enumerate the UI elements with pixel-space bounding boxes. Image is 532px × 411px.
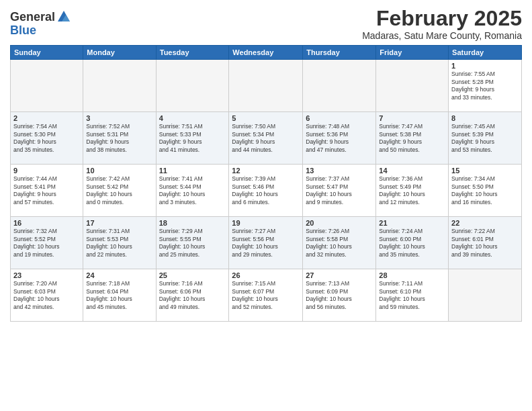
table-row: 11Sunrise: 7:41 AM Sunset: 5:44 PM Dayli…: [156, 165, 229, 217]
day-number: 15: [451, 167, 519, 175]
table-row: 24Sunrise: 7:18 AM Sunset: 6:04 PM Dayli…: [83, 269, 156, 322]
day-number: 24: [86, 271, 152, 279]
table-row: 28Sunrise: 7:11 AM Sunset: 6:10 PM Dayli…: [376, 269, 449, 322]
subtitle: Madaras, Satu Mare County, Romania: [362, 30, 522, 41]
table-row: 4Sunrise: 7:51 AM Sunset: 5:33 PM Daylig…: [156, 112, 229, 165]
table-row: [156, 60, 229, 112]
table-row: [303, 60, 376, 112]
table-row: 21Sunrise: 7:24 AM Sunset: 6:00 PM Dayli…: [376, 217, 449, 269]
calendar: Sunday Monday Tuesday Wednesday Thursday…: [10, 45, 522, 322]
table-row: [229, 60, 303, 112]
day-info: Sunrise: 7:15 AM Sunset: 6:07 PM Dayligh…: [232, 280, 300, 311]
table-row: 20Sunrise: 7:26 AM Sunset: 5:58 PM Dayli…: [303, 217, 376, 269]
logo-icon: [56, 9, 71, 24]
day-number: 27: [306, 271, 373, 279]
day-number: 20: [306, 219, 373, 227]
day-number: 5: [232, 114, 300, 122]
day-info: Sunrise: 7:34 AM Sunset: 5:50 PM Dayligh…: [451, 175, 519, 206]
day-number: 3: [86, 114, 152, 122]
day-info: Sunrise: 7:44 AM Sunset: 5:41 PM Dayligh…: [13, 175, 80, 206]
day-number: 8: [451, 114, 519, 122]
day-info: Sunrise: 7:37 AM Sunset: 5:47 PM Dayligh…: [306, 175, 373, 206]
table-row: 14Sunrise: 7:36 AM Sunset: 5:49 PM Dayli…: [376, 165, 449, 217]
day-info: Sunrise: 7:45 AM Sunset: 5:39 PM Dayligh…: [451, 123, 519, 154]
table-row: 6Sunrise: 7:48 AM Sunset: 5:36 PM Daylig…: [303, 112, 376, 165]
day-info: Sunrise: 7:48 AM Sunset: 5:36 PM Dayligh…: [306, 123, 373, 154]
day-number: 16: [13, 219, 80, 227]
day-info: Sunrise: 7:20 AM Sunset: 6:03 PM Dayligh…: [13, 280, 80, 311]
table-row: 23Sunrise: 7:20 AM Sunset: 6:03 PM Dayli…: [11, 269, 83, 322]
day-number: 23: [13, 271, 80, 279]
main-title: February 2025: [362, 7, 522, 30]
day-number: 11: [159, 167, 226, 175]
table-row: 1Sunrise: 7:55 AM Sunset: 5:28 PM Daylig…: [449, 60, 522, 112]
table-row: [376, 60, 449, 112]
header-area: General Blue February 2025 Madaras, Satu…: [10, 7, 522, 41]
day-number: 22: [451, 219, 519, 227]
day-number: 4: [159, 114, 226, 122]
table-row: 12Sunrise: 7:39 AM Sunset: 5:46 PM Dayli…: [229, 165, 303, 217]
day-number: 1: [451, 62, 519, 70]
day-info: Sunrise: 7:42 AM Sunset: 5:42 PM Dayligh…: [86, 175, 152, 206]
table-row: 7Sunrise: 7:47 AM Sunset: 5:38 PM Daylig…: [376, 112, 449, 165]
day-number: 12: [232, 167, 300, 175]
title-area: February 2025 Madaras, Satu Mare County,…: [362, 7, 522, 41]
table-row: 2Sunrise: 7:54 AM Sunset: 5:30 PM Daylig…: [11, 112, 83, 165]
day-number: 10: [86, 167, 152, 175]
day-number: 6: [306, 114, 373, 122]
col-friday: Friday: [376, 46, 449, 60]
day-number: 26: [232, 271, 300, 279]
day-info: Sunrise: 7:27 AM Sunset: 5:56 PM Dayligh…: [232, 228, 300, 259]
day-info: Sunrise: 7:36 AM Sunset: 5:49 PM Dayligh…: [379, 175, 445, 206]
day-number: 13: [306, 167, 373, 175]
table-row: 10Sunrise: 7:42 AM Sunset: 5:42 PM Dayli…: [83, 165, 156, 217]
logo: General Blue: [10, 9, 71, 37]
table-row: 18Sunrise: 7:29 AM Sunset: 5:55 PM Dayli…: [156, 217, 229, 269]
table-row: [11, 60, 83, 112]
day-number: 25: [159, 271, 226, 279]
col-wednesday: Wednesday: [229, 46, 303, 60]
day-info: Sunrise: 7:52 AM Sunset: 5:31 PM Dayligh…: [86, 123, 152, 154]
calendar-week-row: 23Sunrise: 7:20 AM Sunset: 6:03 PM Dayli…: [11, 269, 522, 322]
day-number: 7: [379, 114, 445, 122]
calendar-week-row: 1Sunrise: 7:55 AM Sunset: 5:28 PM Daylig…: [11, 60, 522, 112]
day-info: Sunrise: 7:39 AM Sunset: 5:46 PM Dayligh…: [232, 175, 300, 206]
day-info: Sunrise: 7:32 AM Sunset: 5:52 PM Dayligh…: [13, 228, 80, 259]
calendar-week-row: 16Sunrise: 7:32 AM Sunset: 5:52 PM Dayli…: [11, 217, 522, 269]
day-info: Sunrise: 7:55 AM Sunset: 5:28 PM Dayligh…: [451, 71, 519, 101]
logo-blue-text: Blue: [10, 24, 36, 37]
table-row: 17Sunrise: 7:31 AM Sunset: 5:53 PM Dayli…: [83, 217, 156, 269]
table-row: [83, 60, 156, 112]
col-saturday: Saturday: [449, 46, 522, 60]
table-row: 25Sunrise: 7:16 AM Sunset: 6:06 PM Dayli…: [156, 269, 229, 322]
calendar-week-row: 9Sunrise: 7:44 AM Sunset: 5:41 PM Daylig…: [11, 165, 522, 217]
day-info: Sunrise: 7:29 AM Sunset: 5:55 PM Dayligh…: [159, 228, 226, 259]
day-info: Sunrise: 7:51 AM Sunset: 5:33 PM Dayligh…: [159, 123, 226, 154]
table-row: 19Sunrise: 7:27 AM Sunset: 5:56 PM Dayli…: [229, 217, 303, 269]
day-info: Sunrise: 7:22 AM Sunset: 6:01 PM Dayligh…: [451, 228, 519, 259]
day-info: Sunrise: 7:11 AM Sunset: 6:10 PM Dayligh…: [379, 280, 445, 311]
calendar-week-row: 2Sunrise: 7:54 AM Sunset: 5:30 PM Daylig…: [11, 112, 522, 165]
table-row: 9Sunrise: 7:44 AM Sunset: 5:41 PM Daylig…: [11, 165, 83, 217]
calendar-header-row: Sunday Monday Tuesday Wednesday Thursday…: [11, 46, 522, 60]
day-info: Sunrise: 7:13 AM Sunset: 6:09 PM Dayligh…: [306, 280, 373, 311]
table-row: 22Sunrise: 7:22 AM Sunset: 6:01 PM Dayli…: [449, 217, 522, 269]
day-number: 2: [13, 114, 80, 122]
table-row: 26Sunrise: 7:15 AM Sunset: 6:07 PM Dayli…: [229, 269, 303, 322]
page: General Blue February 2025 Madaras, Satu…: [0, 0, 532, 411]
table-row: 8Sunrise: 7:45 AM Sunset: 5:39 PM Daylig…: [449, 112, 522, 165]
col-thursday: Thursday: [303, 46, 376, 60]
day-info: Sunrise: 7:54 AM Sunset: 5:30 PM Dayligh…: [13, 123, 80, 154]
col-tuesday: Tuesday: [156, 46, 229, 60]
day-info: Sunrise: 7:31 AM Sunset: 5:53 PM Dayligh…: [86, 228, 152, 259]
day-number: 19: [232, 219, 300, 227]
day-number: 21: [379, 219, 445, 227]
day-info: Sunrise: 7:16 AM Sunset: 6:06 PM Dayligh…: [159, 280, 226, 311]
day-info: Sunrise: 7:26 AM Sunset: 5:58 PM Dayligh…: [306, 228, 373, 259]
day-number: 18: [159, 219, 226, 227]
table-row: 16Sunrise: 7:32 AM Sunset: 5:52 PM Dayli…: [11, 217, 83, 269]
table-row: 27Sunrise: 7:13 AM Sunset: 6:09 PM Dayli…: [303, 269, 376, 322]
day-number: 14: [379, 167, 445, 175]
day-info: Sunrise: 7:24 AM Sunset: 6:00 PM Dayligh…: [379, 228, 445, 259]
day-info: Sunrise: 7:41 AM Sunset: 5:44 PM Dayligh…: [159, 175, 226, 206]
